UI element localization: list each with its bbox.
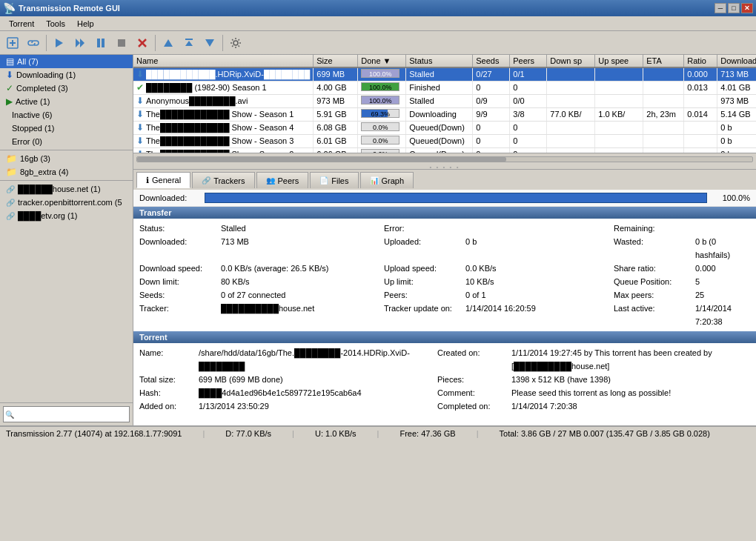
tracker-label: Tracker: (139, 302, 221, 328)
table-row[interactable]: ⬇Anonymous████████.avi 973 MB 100.0% Sta… (133, 94, 756, 107)
sidebar-item-completed[interactable]: ✓ Completed (3) (0, 82, 133, 95)
sidebar-item-inactive[interactable]: Inactive (6) (0, 108, 133, 122)
tab-trackers[interactable]: 🔗 Trackers (192, 172, 254, 188)
statusbar-sep2: | (292, 429, 294, 438)
move-top-button[interactable] (179, 33, 199, 53)
start-all-button[interactable] (70, 33, 90, 53)
sidebar-item-active[interactable]: ▶ Active (1) (0, 95, 133, 108)
added-on-value: 1/13/2014 23:50:29 (199, 399, 437, 413)
maximize-button[interactable]: □ (728, 3, 740, 13)
svg-rect-6 (97, 39, 100, 47)
cell-seeds: 9/9 (473, 107, 510, 121)
max-peers-value: 25 (695, 288, 750, 302)
name-value-t: /share/hdd/data/16gb/The.████████-2014.H… (199, 346, 437, 373)
col-down-sp[interactable]: Down sp (547, 55, 595, 67)
queue-pos-label: Queue Position: (614, 275, 695, 288)
cell-down-sp (547, 81, 595, 94)
sidebar-item-tracker2[interactable]: 🔗 tracker.openbittorrent.com (5 (0, 196, 133, 209)
dl-label: Downloaded: (139, 235, 221, 262)
down-limit-label: Down limit: (139, 275, 221, 288)
statusbar: Transmission 2.77 (14074) at 192.168.1.7… (0, 425, 756, 440)
cell-up-spee (595, 94, 643, 107)
svg-rect-7 (102, 39, 105, 47)
titlebar: 📡 Transmission Remote GUI ─ □ ✕ (0, 0, 756, 16)
down-limit-value: 80 KB/s (221, 275, 384, 288)
torrent-table-wrapper[interactable]: Name Size Done ▼ Status Seeds Peers Down… (133, 55, 756, 153)
col-seeds[interactable]: Seeds (473, 55, 510, 67)
sidebar-item-16gb[interactable]: 📁 16gb (3) (0, 152, 133, 165)
remove-button[interactable] (133, 33, 152, 53)
add-link-button[interactable] (24, 33, 43, 53)
search-input[interactable] (16, 408, 127, 421)
col-done[interactable]: Done ▼ (358, 55, 406, 67)
cell-eta (643, 81, 684, 94)
table-row[interactable]: ⬇The████████████ Show - Season 3 6.01 GB… (133, 134, 756, 147)
close-button[interactable]: ✕ (741, 3, 753, 13)
statusbar-sep4: | (477, 429, 479, 438)
sidebar-item-downloading[interactable]: ⬇ Downloading (1) (0, 68, 133, 82)
max-peers-label: Max peers: (614, 288, 695, 302)
table-row[interactable]: ✔████████ (1982-90) Season 1 4.00 GB 100… (133, 81, 756, 94)
col-name[interactable]: Name (133, 55, 314, 67)
start-button[interactable] (50, 33, 69, 53)
tracker-update-label: Tracker update on: (384, 302, 465, 328)
tab-general[interactable]: ℹ General (136, 172, 190, 188)
pause-button[interactable] (91, 33, 110, 53)
cell-eta: 2h, 23m (643, 107, 684, 121)
col-peers[interactable]: Peers (510, 55, 547, 67)
sidebar: ▤ All (7) ⬇ Downloading (1) ✓ Completed … (0, 55, 133, 425)
tab-graph[interactable]: 📊 Graph (360, 172, 414, 188)
menu-torrent[interactable]: Torrent (3, 18, 40, 30)
tab-peers[interactable]: 👥 Peers (256, 172, 309, 188)
table-row[interactable]: ⬇The████████████ Show - Season 1 5.91 GB… (133, 107, 756, 121)
col-ratio[interactable]: Ratio (684, 55, 717, 67)
search-icon: 🔍 (5, 411, 14, 419)
menu-tools[interactable]: Tools (40, 18, 71, 30)
sidebar-item-tracker3[interactable]: 🔗 ████etv.org (1) (0, 209, 133, 222)
move-down-button[interactable] (200, 33, 219, 53)
table-row[interactable]: ⬇████████████.HDRip.XviD-████████ 699 MB… (133, 67, 756, 81)
sidebar-item-tracker1[interactable]: 🔗 ██████house.net (1) (0, 182, 133, 196)
sidebar-item-error[interactable]: Error (0) (0, 135, 133, 148)
sidebar-item-all[interactable]: ▤ All (7) (0, 55, 133, 68)
col-eta[interactable]: ETA (643, 55, 684, 67)
table-row[interactable]: ⬇The████████████ Show - Season 4 6.08 GB… (133, 121, 756, 134)
cell-up-spee (595, 81, 643, 94)
files-icon: 📄 (319, 176, 328, 185)
col-downloaded[interactable]: Downloade (717, 55, 756, 67)
col-size[interactable]: Size (314, 55, 358, 67)
col-status[interactable]: Status (406, 55, 473, 67)
menu-help[interactable]: Help (71, 18, 100, 30)
up-speed-status: U: 1.0 KB/s (315, 429, 357, 438)
cell-peers: 0 (510, 81, 547, 94)
svg-rect-8 (118, 39, 125, 47)
cell-status: Finished (406, 81, 473, 94)
error-label: Error: (384, 222, 465, 235)
seeds-label: Seeds: (139, 288, 221, 302)
transfer-header: Transfer (133, 207, 756, 219)
stop-all-button[interactable] (112, 33, 131, 53)
tab-files[interactable]: 📄 Files (310, 172, 358, 188)
svg-marker-3 (56, 39, 63, 47)
add-torrent-button[interactable] (3, 33, 22, 53)
minimize-button[interactable]: ─ (714, 3, 726, 13)
detail-panel: Downloaded: 100.0% Transfer Status: Stal… (133, 188, 756, 425)
svg-marker-4 (76, 39, 80, 47)
comment-value: Please seed this torrent as long as poss… (511, 386, 750, 399)
move-up-button[interactable] (159, 33, 178, 53)
hash-value: ████4d4a1ed96b4e1c5897721e195cab6a4 (199, 386, 437, 399)
cell-status: Queued(Down) (406, 121, 473, 134)
peers-icon: 👥 (266, 176, 275, 185)
col-up-spee[interactable]: Up spee (595, 55, 643, 67)
share-ratio-value: 0.000 (695, 262, 750, 275)
settings-button[interactable] (226, 33, 245, 53)
created-on-label: Created on: (437, 346, 511, 373)
table-row[interactable]: ⬇The████████████ Show - Season 2 6.06 GB… (133, 147, 756, 153)
status-label: Status: (139, 222, 221, 235)
sidebar-item-stopped[interactable]: Stopped (1) (0, 122, 133, 135)
added-on-label: Added on: (139, 399, 199, 413)
cell-peers: 0 (510, 147, 547, 153)
menubar: Torrent Tools Help (0, 16, 756, 31)
hscroll-thumb[interactable] (137, 157, 506, 162)
sidebar-item-8gb-extra[interactable]: 📁 8gb_extra (4) (0, 165, 133, 179)
